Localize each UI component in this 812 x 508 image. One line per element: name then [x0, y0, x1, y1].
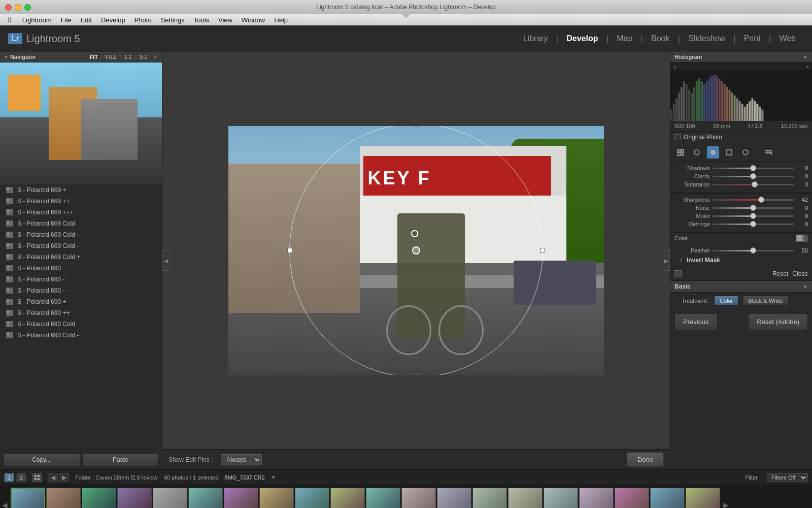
sel-handle-bottom[interactable] [414, 374, 419, 375]
collapse-icon[interactable]: ▼ [4, 55, 8, 59]
sharpness-thumb[interactable] [758, 197, 764, 203]
filmstrip-thumb-17[interactable] [579, 488, 614, 509]
sel-handle-right[interactable] [540, 248, 545, 253]
filmstrip-thumb-6[interactable] [188, 488, 223, 509]
preset-item[interactable]: S - Polaroid 690 + [0, 296, 162, 307]
done-button[interactable]: Done [627, 452, 664, 467]
tab-slideshow[interactable]: Slideshow [680, 32, 733, 45]
tab-map[interactable]: Map [608, 32, 640, 45]
filmstrip-thumb-14[interactable] [472, 488, 507, 509]
right-panel-collapse[interactable]: ▶ [663, 250, 670, 271]
copy-button[interactable]: Copy... [3, 453, 80, 466]
maximize-button[interactable] [24, 4, 31, 11]
tab-library[interactable]: Library [515, 32, 556, 45]
tab-develop[interactable]: Develop [558, 32, 606, 45]
sel-center-handle[interactable] [412, 246, 420, 255]
zoom-fill[interactable]: FILL [106, 54, 117, 60]
clarity-track[interactable] [712, 176, 794, 177]
tab-web[interactable]: Web [771, 32, 804, 45]
reset-adobe-button[interactable]: Reset (Adobe) [748, 313, 808, 330]
shadows-track[interactable] [712, 168, 794, 169]
filmstrip-thumb-16[interactable] [544, 488, 578, 509]
filmstrip-thumb-12[interactable] [401, 488, 436, 509]
grid-view-button[interactable] [32, 473, 42, 482]
defringe-track[interactable] [712, 224, 794, 225]
preset-item[interactable]: S - Polaroid 690 Cold [0, 319, 162, 330]
saturation-thumb[interactable] [752, 181, 758, 187]
tool-circle-filled[interactable] [707, 146, 719, 158]
hist-arrow-right[interactable]: ▲ [805, 64, 810, 69]
minimize-button[interactable] [15, 4, 21, 11]
menu-view[interactable]: View [214, 15, 236, 25]
feather-track[interactable] [712, 250, 794, 251]
noise-track[interactable] [712, 207, 794, 209]
tool-circle-empty[interactable] [691, 146, 703, 158]
preset-item[interactable]: S - Polaroid 669 Cold - [0, 229, 162, 240]
saturation-track[interactable] [712, 184, 794, 185]
histogram-collapse[interactable]: ▼ [803, 54, 808, 60]
tool-brush[interactable] [762, 146, 774, 158]
filmstrip-thumb-11[interactable] [366, 488, 400, 509]
preset-item[interactable]: S - Polaroid 669 +++ [0, 207, 162, 218]
filmstrip-thumb-4[interactable] [117, 488, 152, 509]
tool-grid[interactable] [674, 146, 687, 158]
nav-dropdown[interactable]: ▼ [152, 54, 158, 60]
preset-item[interactable]: S - Polaroid 690 - [0, 274, 162, 285]
filmstrip-thumb-18[interactable] [615, 488, 649, 509]
menu-edit[interactable]: Edit [77, 15, 96, 25]
preset-item[interactable]: S - Polaroid 690 ++ [0, 307, 162, 319]
reset-button[interactable]: Reset [772, 270, 788, 277]
noise-thumb[interactable] [750, 205, 756, 211]
show-pins-select[interactable]: Always Selected Never [221, 454, 262, 465]
menu-window[interactable]: Window [238, 15, 269, 25]
filmstrip-thumb-9[interactable] [295, 488, 329, 509]
clarity-thumb[interactable] [750, 173, 756, 179]
shadows-thumb[interactable] [750, 165, 756, 171]
preset-item[interactable]: S - Polaroid 690 - - [0, 285, 162, 296]
menu-tools[interactable]: Tools [190, 15, 213, 25]
filename-dropdown[interactable]: ▼ [271, 474, 276, 480]
zoom-fit[interactable]: FIT [89, 54, 98, 60]
preset-item[interactable]: S - Polaroid 669 + [0, 184, 162, 196]
sel-handle-top[interactable] [414, 126, 419, 126]
left-panel-collapse[interactable]: ◀ [162, 250, 170, 271]
apple-menu[interactable]:  [4, 14, 15, 25]
filmstrip-thumb-1[interactable] [11, 488, 45, 509]
menu-settings[interactable]: Settings [157, 15, 189, 25]
filter-select[interactable]: Filters Off Flagged Unflagged [767, 473, 808, 482]
filmstrip-thumb-20[interactable] [686, 488, 720, 509]
paste-button[interactable]: Paste [82, 453, 159, 466]
zoom-3-1[interactable]: 3:1 [140, 54, 147, 60]
invert-checkmark[interactable]: ✓ [679, 257, 684, 264]
window-controls[interactable] [5, 4, 31, 11]
zoom-1-1[interactable]: 1:1 [124, 54, 132, 60]
tab-book[interactable]: Book [643, 32, 678, 45]
menu-lightroom[interactable]: Lightroom [18, 15, 56, 25]
menu-help[interactable]: Help [270, 15, 292, 25]
filmstrip-thumb-7[interactable] [224, 488, 258, 509]
filmstrip-left-arrow[interactable]: ◀ [2, 501, 8, 509]
prev-arrow-button[interactable]: ◀ [48, 473, 58, 482]
feather-thumb[interactable] [750, 247, 756, 253]
hist-arrow-left[interactable]: ▲ [672, 64, 678, 69]
filmstrip-thumb-5[interactable] [153, 488, 187, 509]
basic-collapse[interactable]: ▼ [803, 284, 808, 290]
preset-item[interactable]: S - Polaroid 669 Cold [0, 218, 162, 229]
preset-item[interactable]: S - Polaroid 669 Cold - - [0, 240, 162, 251]
filmstrip-thumb-15[interactable] [508, 488, 543, 509]
filmstrip-thumb-8[interactable] [259, 488, 294, 509]
menu-photo[interactable]: Photo [130, 15, 156, 25]
sel-pin[interactable] [411, 230, 418, 237]
close-button[interactable] [5, 4, 12, 11]
filmstrip-thumb-10[interactable] [330, 488, 365, 509]
previous-button[interactable]: Previous [674, 313, 718, 330]
defringe-thumb[interactable] [750, 221, 756, 227]
next-arrow-button[interactable]: ▶ [59, 473, 69, 482]
sel-handle-left[interactable] [287, 248, 292, 253]
menu-file[interactable]: File [57, 15, 76, 25]
moire-track[interactable] [712, 215, 794, 217]
preset-item[interactable]: S - Polaroid 669 Cold + [0, 251, 162, 263]
filmstrip-thumb-2[interactable] [46, 488, 81, 509]
filmstrip-thumb-3[interactable] [82, 488, 116, 509]
color-treatment-button[interactable]: Color [714, 296, 738, 306]
